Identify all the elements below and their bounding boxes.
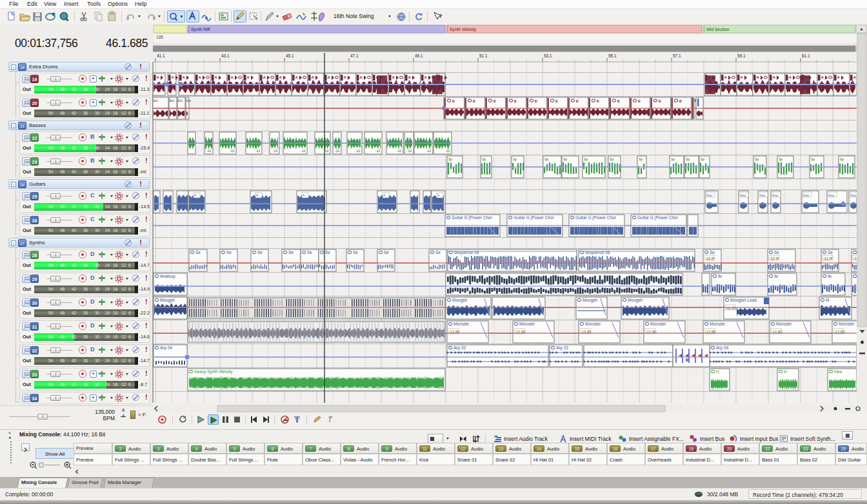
svg-text:E: E — [638, 99, 641, 103]
svg-text:Asc: Asc — [707, 193, 713, 197]
svg-text:Synth Riff: Synth Riff — [191, 27, 210, 32]
svg-text:E: E — [555, 99, 558, 103]
svg-text:Arp 04: Arp 04 — [716, 345, 729, 351]
svg-text:Moroder: Moroder — [453, 322, 470, 326]
svg-text:49.1: 49.1 — [415, 53, 423, 58]
svg-text:A: A — [773, 75, 776, 79]
svg-text:Moroder: Moroder — [776, 322, 792, 326]
svg-text:A: A — [231, 75, 234, 79]
svg-text:Ar: Ar — [718, 274, 722, 278]
svg-text:Moroder: Moroder — [585, 322, 601, 326]
svg-text:Asc: Asc — [741, 193, 746, 197]
svg-text:M: M — [826, 298, 829, 302]
svg-text:-12: -12 — [273, 149, 277, 153]
svg-text:Asc: Asc — [851, 193, 857, 197]
svg-text:Asc: Asc — [760, 193, 766, 197]
svg-text:Sequence 08: Sequence 08 — [454, 250, 479, 255]
svg-text:Se: Se — [325, 250, 330, 255]
svg-text:Sp: Sp — [686, 157, 690, 161]
svg-text:Sp: Sp — [610, 157, 613, 161]
svg-text:Arp 02: Arp 02 — [556, 345, 569, 351]
svg-text:Sp: Sp — [482, 157, 486, 161]
svg-text:A: A — [295, 75, 299, 79]
svg-text:Sp: Sp — [671, 157, 675, 161]
svg-text:Ext: Ext — [154, 99, 159, 102]
svg-text:Sp: Sp — [513, 157, 517, 161]
svg-text:Moogsh: Moogsh — [583, 298, 598, 303]
svg-text:Arp 04: Arp 04 — [160, 345, 173, 351]
svg-text:A: A — [183, 75, 186, 79]
svg-text:-12 (F: -12 (F — [705, 257, 715, 260]
svg-text:41.1: 41.1 — [157, 53, 165, 58]
svg-text:A: A — [757, 75, 760, 79]
svg-text:Sp: Sp — [701, 157, 704, 161]
svg-text:A: A — [821, 75, 824, 79]
svg-text:-12 (F: -12 (F — [823, 257, 833, 260]
svg-text:-12: -12 — [355, 149, 360, 153]
svg-text:Moroder: Moroder — [650, 322, 666, 326]
svg-text:E: E — [473, 99, 475, 103]
svg-text:Analoop: Analoop — [160, 274, 175, 279]
svg-text:-12: -12 — [397, 149, 401, 153]
svg-text:Se: Se — [710, 250, 715, 255]
svg-text:E: E — [493, 99, 496, 103]
svg-text:Sp: Sp — [448, 157, 452, 161]
svg-text:Se: Se — [226, 250, 232, 255]
svg-text:Asc: Asc — [773, 193, 779, 197]
svg-text:E: E — [576, 99, 579, 103]
svg-text:Ext: Ext — [186, 99, 192, 102]
svg-text:-12: -12 — [375, 149, 380, 153]
svg-text:A: A — [741, 75, 744, 79]
svg-text:A: A — [392, 75, 395, 79]
svg-text:E: E — [679, 99, 682, 103]
svg-text:-12: -12 — [301, 149, 305, 153]
svg-text:Se: Se — [774, 250, 779, 255]
svg-text:Se: Se — [257, 250, 263, 255]
svg-text:A: A — [279, 75, 283, 79]
svg-text:Se: Se — [195, 250, 201, 255]
svg-text:Moroder: Moroder — [710, 322, 726, 326]
svg-text:-12: -12 — [206, 149, 211, 153]
svg-text:A: A — [328, 75, 331, 79]
svg-text:Heavy Synth Melody: Heavy Synth Melody — [194, 369, 233, 374]
svg-text:Moogsh: Moogsh — [628, 298, 643, 303]
svg-text:51.1: 51.1 — [479, 53, 488, 58]
svg-text:61.1: 61.1 — [802, 53, 810, 58]
svg-text:-12: -12 — [230, 149, 234, 153]
svg-text:Sequence 08: Sequence 08 — [585, 250, 610, 255]
svg-text:A: A — [789, 75, 792, 79]
svg-text:H: H — [716, 369, 719, 374]
svg-text:A: A — [408, 75, 412, 79]
svg-text:Arp 02: Arp 02 — [453, 345, 466, 351]
svg-text:-12 (F: -12 (F — [770, 257, 779, 260]
svg-text:Sp: Sp — [584, 157, 588, 161]
svg-text:Se: Se — [435, 250, 441, 255]
svg-text:47.1: 47.1 — [350, 53, 359, 58]
svg-text:E: E — [535, 99, 537, 103]
svg-text:Guitar G (Power Chor: Guitar G (Power Chor — [513, 215, 555, 220]
svg-text:Ar: Ar — [774, 274, 779, 278]
svg-text:A: A — [344, 75, 347, 79]
svg-text:A: A — [837, 75, 841, 79]
svg-text:Se: Se — [288, 250, 294, 255]
svg-text:Moroder: Moroder — [519, 322, 535, 326]
svg-text:135: 135 — [156, 35, 163, 39]
svg-text:A: A — [157, 75, 160, 79]
svg-text:Hea: Hea — [834, 369, 842, 374]
svg-text:A: A — [424, 75, 428, 79]
svg-text:Sp: Sp — [544, 157, 548, 161]
svg-text:43.1: 43.1 — [221, 53, 230, 58]
svg-text:A: A — [172, 75, 175, 79]
svg-text:A: A — [853, 75, 857, 79]
svg-text:Se: Se — [828, 250, 833, 255]
svg-text:Ar: Ar — [828, 274, 832, 278]
svg-text:-12: -12 — [255, 149, 260, 153]
svg-text:E: E — [514, 99, 517, 103]
svg-text:Moogish Lead: Moogish Lead — [730, 298, 757, 303]
svg-text:Sp: Sp — [779, 157, 782, 161]
svg-text:A: A — [199, 75, 202, 79]
svg-text:Moogsh: Moogsh — [452, 298, 468, 303]
svg-text:Asc: Asc — [804, 193, 810, 197]
svg-text:A: A — [263, 75, 266, 79]
svg-text:Synth Melody: Synth Melody — [450, 27, 477, 32]
